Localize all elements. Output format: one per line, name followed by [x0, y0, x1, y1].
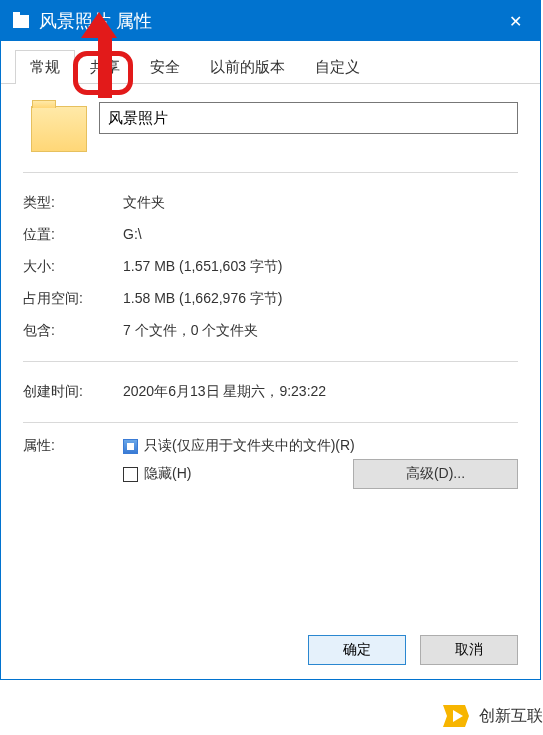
content-panel: 类型: 文件夹 位置: G:\ 大小: 1.57 MB (1,651,603 字…: [1, 84, 540, 621]
tab-custom[interactable]: 自定义: [300, 50, 375, 84]
titlebar[interactable]: 风景照片 属性 ✕: [1, 1, 540, 41]
tab-share[interactable]: 共享: [75, 50, 135, 84]
label-location: 位置:: [23, 226, 123, 244]
label-size-on-disk: 占用空间:: [23, 290, 123, 308]
readonly-label: 只读(仅应用于文件夹中的文件)(R): [144, 437, 355, 455]
label-contains: 包含:: [23, 322, 123, 340]
value-created: 2020年6月13日 星期六，9:23:22: [123, 383, 518, 401]
close-icon: ✕: [509, 12, 522, 31]
watermark-icon: [439, 701, 473, 731]
window-title: 风景照片 属性: [39, 9, 152, 33]
tab-security[interactable]: 安全: [135, 50, 195, 84]
checkbox-readonly[interactable]: [123, 439, 138, 454]
properties-dialog: 风景照片 属性 ✕ 常规 共享 安全 以前的版本 自定义 类型: 文件夹 位置:…: [0, 0, 541, 680]
advanced-button[interactable]: 高级(D)...: [353, 459, 518, 489]
label-created: 创建时间:: [23, 383, 123, 401]
dialog-footer: 确定 取消: [1, 621, 540, 679]
value-location: G:\: [123, 226, 518, 244]
checkbox-hidden[interactable]: [123, 467, 138, 482]
label-size: 大小:: [23, 258, 123, 276]
folder-name-input[interactable]: [99, 102, 518, 134]
value-type: 文件夹: [123, 194, 518, 212]
tab-strip: 常规 共享 安全 以前的版本 自定义: [1, 41, 540, 84]
folder-icon: [13, 15, 29, 28]
close-button[interactable]: ✕: [490, 1, 540, 41]
ok-button[interactable]: 确定: [308, 635, 406, 665]
value-size: 1.57 MB (1,651,603 字节): [123, 258, 518, 276]
cancel-button[interactable]: 取消: [420, 635, 518, 665]
label-attributes: 属性:: [23, 437, 123, 455]
watermark: 创新互联: [439, 701, 543, 731]
tab-previous-versions[interactable]: 以前的版本: [195, 50, 300, 84]
label-type: 类型:: [23, 194, 123, 212]
value-contains: 7 个文件，0 个文件夹: [123, 322, 518, 340]
hidden-label: 隐藏(H): [144, 465, 191, 483]
folder-large-icon: [31, 106, 87, 152]
watermark-text: 创新互联: [479, 706, 543, 727]
tab-general[interactable]: 常规: [15, 50, 75, 84]
value-size-on-disk: 1.58 MB (1,662,976 字节): [123, 290, 518, 308]
